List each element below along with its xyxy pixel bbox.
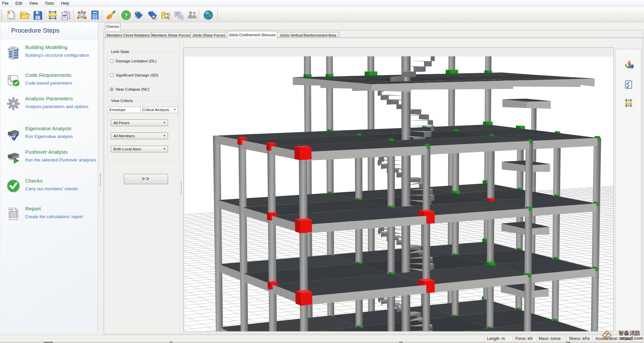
expand-button[interactable]: >> <box>124 174 168 184</box>
chevron-down-icon: ▼ <box>163 121 166 124</box>
sidebar-item-title: Eigenvalue Analysis <box>25 126 73 132</box>
open-folder-icon <box>18 16 31 22</box>
book-check-icon <box>146 16 158 22</box>
tab-checks[interactable]: Checks <box>105 23 120 30</box>
sidebar-item-title: Report <box>25 206 83 212</box>
watermark-logo <box>602 330 612 340</box>
toolbar-button-folder-search-icon[interactable] <box>160 9 172 21</box>
sidebar-item-analysis-parameters[interactable]: Analysis Parameters Analysis parameters … <box>1 94 98 120</box>
viewport-canvas[interactable] <box>184 56 613 331</box>
toolbar-button-report-pages-icon[interactable] <box>60 9 72 21</box>
procedure-steps-panel: Procedure Steps Building Modelling Build… <box>1 22 98 332</box>
filter-combo-0[interactable]: All Floors ▼ <box>111 119 168 126</box>
right-toolbar-button-beam-section-icon[interactable] <box>623 97 634 109</box>
subtab-2[interactable]: Joints Shear Forces <box>190 32 227 38</box>
watermark: 智淼消防 zmjaxf.com <box>600 330 644 342</box>
toolbar-button-building-frame-icon[interactable] <box>47 9 59 21</box>
radio-circle[interactable] <box>110 73 114 77</box>
splitter-grip-2[interactable] <box>181 182 182 195</box>
menu-edit[interactable]: Edit <box>13 0 24 7</box>
toolbar-button-model-3d-icon[interactable] <box>76 9 88 21</box>
toolbar-button-chat-bubbles-icon[interactable] <box>173 9 185 21</box>
model-3d-icon <box>76 16 88 22</box>
save-icon <box>32 16 44 22</box>
transform-axes-icon <box>623 65 634 71</box>
subtab-1[interactable]: Members Shear Forces <box>151 32 191 38</box>
envelope-analysis-select[interactable]: Envelope Critical Analysis ▼ <box>107 107 178 113</box>
right-toolbar-button-checklist-icon[interactable] <box>623 79 634 90</box>
sidebar-item-checks[interactable]: Checks Carry out members' checks <box>1 176 98 202</box>
sidebar-item-report[interactable]: Report Create the calculations' report <box>1 204 98 230</box>
checks-tab-page: Members Chord RotationsMembers Shear For… <box>104 30 643 334</box>
radio-circle[interactable] <box>110 59 114 63</box>
subtab-3[interactable]: Joints Confinement Stresses <box>227 31 277 38</box>
toolbar-separator <box>217 9 218 20</box>
envelope-divider <box>140 107 141 113</box>
splitter-grip[interactable] <box>100 174 101 187</box>
toolbar-grip[interactable] <box>1 9 2 20</box>
sidebar-item-code-requirements[interactable]: Code Requirements Code-based parameters <box>1 70 98 96</box>
radio-circle[interactable] <box>110 87 114 91</box>
sidebar-item-title: Code Requirements <box>25 72 72 78</box>
sidebar-item-subtitle: Carry out members' checks <box>25 186 78 191</box>
subtab-strip: Members Chord RotationsMembers Shear For… <box>104 31 643 38</box>
sidebar-splitter[interactable] <box>98 22 104 332</box>
chevron-down-icon: ▼ <box>163 147 166 150</box>
filter-combo-1[interactable]: All Members ▼ <box>111 133 168 139</box>
options-panel: Limit State Damage Limitation (DL) Signi… <box>105 38 182 331</box>
toolbar-button-calculator-icon[interactable] <box>89 9 101 21</box>
sidebar-item-subtitle: Building's structural configuration <box>25 53 89 58</box>
toolbar-button-book-check-icon[interactable] <box>146 9 158 21</box>
toolbar-button-new-document-icon[interactable] <box>5 9 17 21</box>
toolbar-separator <box>73 9 73 20</box>
manual-book-icon <box>132 16 145 22</box>
checklist-icon <box>623 86 634 91</box>
subtab-0[interactable]: Members Chord Rotations <box>105 32 151 38</box>
toolbar: ? <box>0 7 644 22</box>
sidebar-item-subtitle: Run the selected Pushover analyses <box>25 157 96 162</box>
toolbar-separator <box>102 9 102 20</box>
toolbar-button-manual-book-icon[interactable] <box>132 9 145 21</box>
toolbar-button-save-icon[interactable] <box>32 9 44 21</box>
subtab-4[interactable]: Joints Vertical Reinforcement Area <box>277 32 339 38</box>
right-toolbar <box>615 49 641 331</box>
toolbar-button-open-folder-icon[interactable] <box>18 9 31 21</box>
viewport-3d <box>183 47 614 332</box>
sidebar-header: Procedure Steps <box>1 22 98 39</box>
status-cell-2: Force: kN <box>513 335 536 342</box>
building-frame-icon <box>47 16 59 22</box>
menu-help[interactable]: Help <box>59 0 71 7</box>
sidebar-item-title: Building Modelling <box>25 44 89 50</box>
help-icon: ? <box>120 16 132 22</box>
sidebar-item-pushover-analysis[interactable]: Pushover Analysis Run the selected Pusho… <box>1 147 98 173</box>
toolbar-button-users-disabled-icon[interactable] <box>186 9 198 21</box>
right-toolbar-button-transform-axes-icon[interactable] <box>623 59 634 70</box>
filter-combo-2[interactable]: Both Local Axes ▼ <box>111 146 168 152</box>
status-cell-4: Stress: kPa <box>567 335 593 342</box>
sidebar-item-subtitle: Run Eigenvalue analysis <box>25 134 73 139</box>
sidebar-item-building-modelling[interactable]: Building Modelling Building's structural… <box>1 42 98 68</box>
sidebar-title: Procedure Steps <box>11 27 60 34</box>
view-criteria-label: View Criteria <box>110 99 134 103</box>
report-pages-icon <box>60 16 72 22</box>
toolbar-button-globe-icon[interactable] <box>202 9 214 21</box>
status-cell-1: Length: m <box>485 335 513 342</box>
menu-file[interactable]: File <box>0 0 10 7</box>
toolbar-button-help-icon[interactable]: ? <box>120 9 132 21</box>
sidebar-item-title: Checks <box>25 178 78 184</box>
sidebar-item-subtitle: Code-based parameters <box>25 81 72 86</box>
chat-bubbles-icon <box>173 16 185 22</box>
toolbar-separator <box>118 9 118 20</box>
taskbar-edge <box>0 342 644 343</box>
menu-tools[interactable]: Tools <box>43 0 56 7</box>
status-cell-0 <box>0 335 485 342</box>
folder-search-icon <box>160 16 172 22</box>
panel-splitter[interactable] <box>179 38 183 331</box>
status-bar: Length: mForce: kNMass: tonneStress: kPa… <box>0 335 644 342</box>
chevron-down-icon: ▼ <box>173 108 176 111</box>
menu-view[interactable]: View <box>27 0 40 7</box>
sidebar-item-eigenvalue-analysis[interactable]: Eigenvalue Analysis Run Eigenvalue analy… <box>1 124 98 150</box>
calculator-icon <box>89 16 101 22</box>
toolbar-button-paintbrush-icon[interactable] <box>105 9 117 21</box>
subtab-baseline <box>104 38 643 38</box>
